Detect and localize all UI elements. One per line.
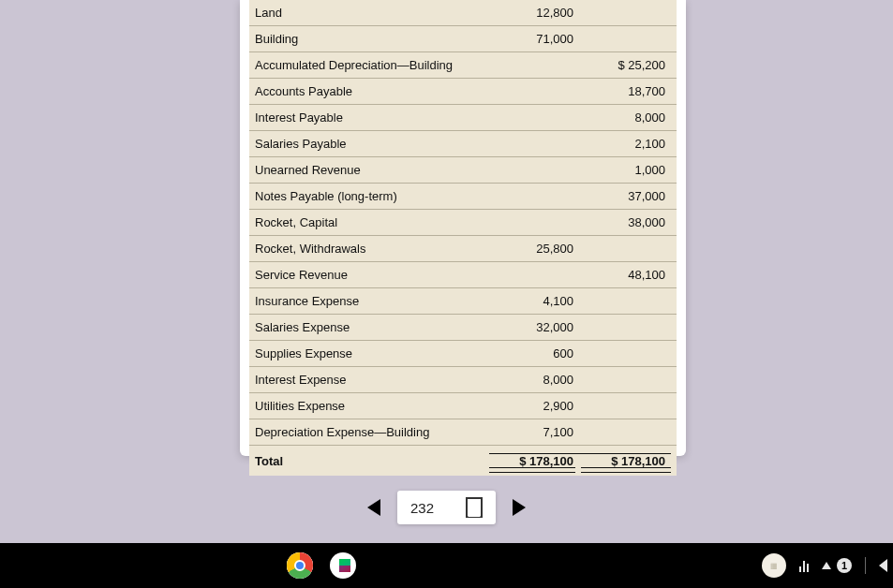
table-row: Unearned Revenue1,000 [249,157,677,184]
debit-cell: 12,800 [489,6,581,20]
notification-badge: 1 [837,558,852,573]
account-name: Rocket, Capital [249,215,489,229]
debit-cell: 32,000 [489,320,581,334]
credit-cell: 2,100 [581,137,671,151]
account-name: Interest Payable [249,110,489,125]
bookmark-icon[interactable] [466,497,483,518]
account-name: Insurance Expense [249,294,489,308]
credit-cell: 1,000 [581,163,671,177]
table-row: Insurance Expense4,100 [249,288,677,315]
account-name: Supplies Expense [249,346,489,360]
credit-cell: 8,000 [581,110,671,125]
debit-cell: 25,800 [489,242,581,256]
chrome-icon[interactable] [287,552,313,579]
table-row: Interest Expense8,000 [249,367,677,393]
credit-cell: 18,700 [581,84,671,98]
account-name: Salaries Expense [249,320,489,334]
credit-cell: 48,100 [581,268,671,282]
table-row: Salaries Payable2,100 [249,131,677,157]
table-row: Building71,000 [249,26,677,52]
table-row: Service Revenue48,100 [249,262,677,288]
credit-cell: 38,000 [581,215,671,229]
table-row: Depreciation Expense—Building7,100 [249,419,677,446]
trial-balance-table: Land12,800Building71,000Accumulated Depr… [249,0,677,476]
table-row: Interest Payable8,000 [249,105,677,131]
now-playing-icon[interactable] [799,559,809,572]
table-row: Utilities Expense2,900 [249,393,677,419]
document-page: Land12,800Building71,000Accumulated Depr… [240,0,686,456]
shelf: ▦ 1 [0,543,893,588]
chevron-left-icon[interactable] [879,559,887,572]
account-name: Accumulated Depreciation—Building [249,58,489,72]
account-name: Notes Payable (long-term) [249,189,489,203]
account-name: Unearned Revenue [249,163,489,177]
debit-cell: 71,000 [489,32,581,46]
table-row: Salaries Expense32,000 [249,315,677,341]
app-thumbnail-icon[interactable]: ▦ [762,553,786,578]
debit-cell: 600 [489,346,581,360]
table-row: Rocket, Capital38,000 [249,210,677,236]
table-row: Supplies Expense600 [249,341,677,367]
total-row: Total$ 178,100$ 178,100 [249,446,677,476]
credit-cell: $ 25,200 [581,58,671,72]
credit-total: $ 178,100 [581,453,671,468]
credit-cell: 37,000 [581,189,671,203]
table-row: Land12,800 [249,0,677,26]
account-name: Accounts Payable [249,84,489,98]
viewport: Land12,800Building71,000Accumulated Depr… [0,0,893,588]
account-name: Utilities Expense [249,399,489,413]
account-name: Salaries Payable [249,137,489,151]
account-name: Building [249,32,489,46]
page-number: 232 [410,500,434,516]
status-tray[interactable]: 1 [822,558,852,573]
play-store-icon[interactable] [330,552,356,579]
account-name: Depreciation Expense—Building [249,425,489,439]
table-row: Accumulated Depreciation—Building$ 25,20… [249,52,677,79]
table-row: Accounts Payable18,700 [249,79,677,105]
account-name: Interest Expense [249,373,489,387]
separator [865,557,866,574]
debit-cell: 4,100 [489,294,581,308]
account-name: Land [249,6,489,20]
next-page-button[interactable] [513,499,526,516]
page-navigator: 232 [0,491,893,524]
shelf-status-area[interactable]: ▦ 1 [762,553,887,578]
debit-cell: 7,100 [489,425,581,439]
table-row: Rocket, Withdrawals25,800 [249,236,677,262]
account-name: Rocket, Withdrawals [249,242,489,256]
total-label: Total [249,454,489,468]
debit-cell: 2,900 [489,399,581,413]
debit-total: $ 178,100 [489,453,581,468]
debit-cell: 8,000 [489,373,581,387]
account-name: Service Revenue [249,268,489,282]
arrow-up-icon [822,562,831,569]
prev-page-button[interactable] [367,499,380,516]
page-indicator[interactable]: 232 [397,491,496,524]
table-row: Notes Payable (long-term)37,000 [249,184,677,210]
shelf-pinned-apps [287,552,356,579]
